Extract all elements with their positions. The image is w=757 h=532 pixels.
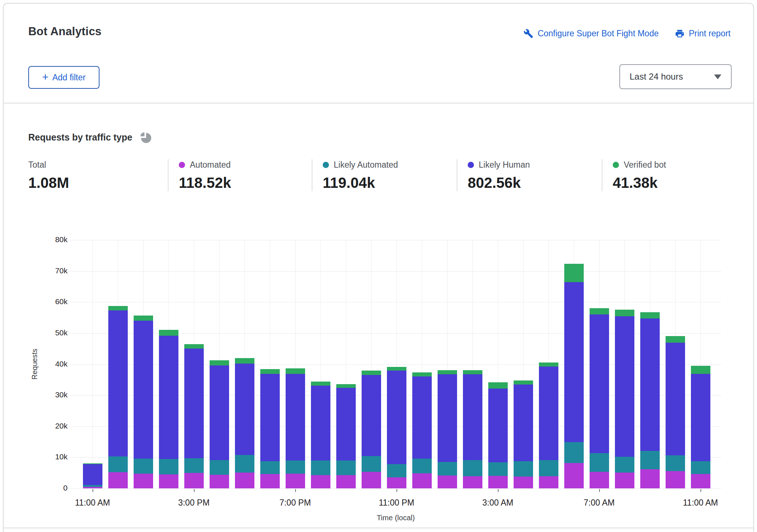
segment-verified-bot	[640, 312, 660, 318]
bar-slot	[561, 240, 587, 488]
bar-10-00-pm[interactable]	[362, 371, 381, 488]
bar-slot	[663, 240, 688, 488]
segment-likely-automated	[235, 455, 254, 473]
segment-verified-bot	[615, 310, 634, 316]
configure-super-bot-fight-mode-link[interactable]: Configure Super Bot Fight Mode	[524, 29, 659, 39]
bar-slot	[131, 240, 156, 488]
y-axis-title: Requests	[30, 349, 39, 380]
bar-slot	[587, 240, 612, 488]
segment-likely-automated	[463, 460, 482, 476]
add-filter-label: Add filter	[52, 73, 86, 83]
bar-11-00-am[interactable]	[691, 366, 710, 488]
segment-likely-human	[210, 365, 229, 460]
segment-automated	[260, 474, 280, 488]
header-links: Configure Super Bot Fight Mode Print rep…	[524, 29, 731, 39]
segment-automated	[691, 474, 710, 488]
time-range-select[interactable]: Last 24 hours	[619, 64, 732, 89]
bar-2-00-am[interactable]	[463, 370, 482, 488]
bar-6-00-pm[interactable]	[260, 369, 280, 488]
segment-automated	[666, 471, 685, 488]
segment-likely-human	[235, 364, 254, 455]
x-axis-tick	[194, 489, 195, 492]
segment-verified-bot	[159, 330, 178, 336]
bar-8-00-pm[interactable]	[311, 382, 330, 488]
bar-5-00-pm[interactable]	[235, 358, 254, 488]
segment-likely-automated	[311, 460, 330, 475]
bar-6-00-am[interactable]	[564, 264, 584, 488]
segment-likely-automated	[260, 461, 280, 474]
bar-9-00-pm[interactable]	[336, 384, 356, 488]
segment-verified-bot	[590, 308, 609, 314]
segment-automated	[463, 476, 482, 488]
bar-slot	[384, 240, 409, 488]
bar-1-00-am[interactable]	[438, 370, 457, 488]
section-divider	[4, 528, 753, 528]
bar-11-00-pm[interactable]	[387, 367, 406, 488]
y-axis-tick-label: 0	[23, 484, 68, 492]
segment-likely-human	[640, 318, 660, 451]
bar-12-00-pm[interactable]	[108, 306, 128, 488]
segment-verified-bot	[235, 358, 254, 363]
header-divider	[4, 103, 753, 103]
bar-4-00-pm[interactable]	[210, 360, 229, 488]
y-axis-tick-label: 70k	[23, 266, 68, 275]
configure-link-label: Configure Super Bot Fight Mode	[537, 29, 659, 39]
segment-likely-automated	[514, 461, 533, 477]
bar-1-00-pm[interactable]	[134, 316, 153, 488]
segment-verified-bot	[387, 367, 406, 371]
pie-chart-icon	[139, 131, 152, 144]
segment-likely-human	[184, 349, 204, 458]
bar-2-00-pm[interactable]	[159, 330, 178, 488]
stat-label: Automated	[190, 160, 231, 170]
legend-dot	[179, 162, 185, 168]
segment-verified-bot	[336, 384, 356, 388]
segment-likely-human	[539, 367, 558, 460]
bar-slot	[511, 240, 536, 488]
add-filter-button[interactable]: + Add filter	[28, 66, 99, 89]
segment-likely-automated	[336, 460, 356, 475]
x-axis-tick-label: 3:00 PM	[178, 498, 210, 508]
segment-likely-human	[438, 374, 457, 462]
segment-automated	[387, 477, 406, 488]
bar-slot	[105, 240, 131, 488]
bar-3-00-am[interactable]	[488, 382, 508, 488]
bar-11-00-am[interactable]	[83, 463, 102, 488]
bar-4-00-am[interactable]	[514, 380, 533, 488]
stat-label: Total	[28, 160, 46, 170]
bar-12-00-am[interactable]	[412, 372, 432, 488]
x-axis-tick	[599, 489, 600, 492]
bar-3-00-pm[interactable]	[184, 344, 204, 488]
bar-9-00-am[interactable]	[640, 312, 660, 488]
bot-analytics-card: Bot Analytics Configure Super Bot Fight …	[3, 3, 754, 532]
segment-likely-human	[336, 388, 356, 460]
bar-5-00-am[interactable]	[539, 362, 558, 488]
legend-dot	[613, 162, 619, 168]
segment-likely-automated	[108, 456, 128, 472]
segment-likely-human	[311, 386, 330, 460]
stat-value: 1.08M	[28, 175, 164, 191]
segment-verified-bot	[134, 316, 153, 321]
segment-automated	[286, 474, 305, 488]
segment-automated	[108, 472, 128, 488]
bars-container	[80, 240, 713, 488]
bar-8-00-am[interactable]	[615, 310, 634, 488]
x-axis-tick-label: 11:00 AM	[75, 498, 110, 508]
segment-likely-human	[488, 389, 508, 462]
bar-slot	[207, 240, 232, 488]
segment-likely-human	[159, 336, 178, 459]
segment-likely-automated	[387, 464, 406, 477]
segment-automated	[514, 477, 533, 488]
stat-total: Total1.08M	[28, 159, 168, 191]
segment-verified-bot	[564, 264, 584, 282]
bar-10-00-am[interactable]	[666, 336, 685, 488]
bar-7-00-pm[interactable]	[286, 368, 305, 488]
print-link-label: Print report	[689, 29, 731, 39]
bar-7-00-am[interactable]	[590, 308, 609, 488]
segment-likely-automated	[488, 462, 508, 476]
segment-verified-bot	[438, 370, 457, 374]
x-axis-tick-label: 7:00 AM	[584, 498, 615, 508]
stat-automated: Automated118.52k	[168, 159, 312, 191]
y-axis-tick-label: 60k	[23, 297, 68, 306]
print-report-link[interactable]: Print report	[675, 29, 731, 39]
stat-likely-automated: Likely Automated119.04k	[312, 159, 457, 191]
